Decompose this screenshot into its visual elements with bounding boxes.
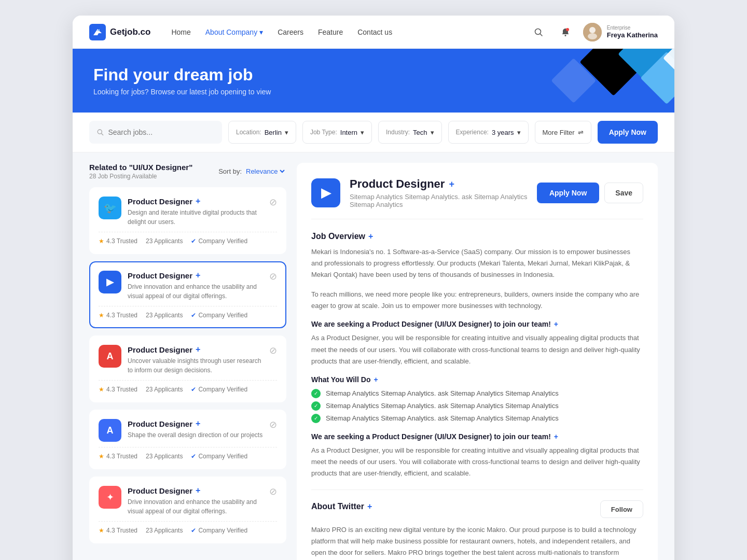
navbar: Getjob.co Home About Company ▾ Careers F… xyxy=(73,16,674,49)
job-overview-section: Job Overview + Mekari is Indonesia's no.… xyxy=(311,232,643,312)
search-button[interactable] xyxy=(529,23,548,41)
svg-point-2 xyxy=(564,35,566,36)
company-logo-5: ✦ xyxy=(99,486,121,509)
job-detail-subtitle: Sitemap Analytics Sitemap Analytics. ask… xyxy=(350,193,528,208)
job-detail-title: Product Designer + xyxy=(350,177,528,191)
job-card-4[interactable]: A Product Designer + Shape the overall d… xyxy=(89,410,286,469)
bookmark-button-5[interactable]: ⊘ xyxy=(269,486,277,497)
job-card-2[interactable]: ▶ Product Designer + Drive innovation an… xyxy=(89,261,286,328)
logo[interactable]: Getjob.co xyxy=(89,24,150,40)
bookmark-button-3[interactable]: ⊘ xyxy=(269,345,277,356)
nav-home[interactable]: Home xyxy=(171,28,190,36)
job-card-footer-2: ★4.3 Trusted 23 Applicants ✔Company Veri… xyxy=(99,306,277,319)
follow-button[interactable]: Follow xyxy=(600,500,643,518)
apply-now-button[interactable]: Apply Now xyxy=(537,183,599,203)
nav-careers[interactable]: Careers xyxy=(278,28,303,36)
overview-plus-icon: + xyxy=(368,232,373,241)
job-title-1: Product Designer xyxy=(128,197,192,206)
sort-control[interactable]: Sort by: Relevance Newest Oldest xyxy=(218,167,286,176)
verified-icon-2: ✔ xyxy=(191,312,196,319)
svg-point-5 xyxy=(589,27,596,33)
job-plus-icon-4: + xyxy=(196,419,200,428)
jobtype-filter[interactable]: Job Type: Intern ▾ xyxy=(302,121,372,144)
nav-right: Enterprise Freya Katherina xyxy=(529,23,658,41)
svg-point-3 xyxy=(566,28,569,31)
company-logo-4: A xyxy=(99,419,121,442)
search-input[interactable] xyxy=(108,128,215,136)
job-plus-icon-5: + xyxy=(196,486,200,495)
job-card-footer-3: ★4.3 Trusted 23 Applicants ✔Company Veri… xyxy=(99,380,277,393)
job-card-footer-1: ★4.3 Trusted 23 Applicants ✔Company Veri… xyxy=(99,232,277,245)
list-item-2: ✓ Sitemap Analytics Sitemap Analytics. a… xyxy=(311,401,643,411)
job-title-3: Product Designer xyxy=(128,345,192,354)
location-filter[interactable]: Location: Berlin ▾ xyxy=(228,121,296,144)
svg-point-1 xyxy=(535,29,541,34)
company-logo-2: ▶ xyxy=(99,271,121,293)
related-title: Related to "UI/UX Designer" xyxy=(89,163,192,172)
job-info-5: Product Designer + Drive innovation and … xyxy=(128,486,263,516)
seeking2-desc: As a Product Designer, you will be respo… xyxy=(311,445,643,479)
right-panel: ▶ Product Designer + Sitemap Analytics S… xyxy=(297,163,658,560)
job-info-3: Product Designer + Uncover valuable insi… xyxy=(128,345,263,375)
chevron-down-icon: ▾ xyxy=(517,129,521,136)
what-you-do-plus-icon: + xyxy=(374,375,378,384)
chevron-down-icon: ▾ xyxy=(361,129,364,136)
bookmark-button-2[interactable]: ⊘ xyxy=(269,271,277,282)
svg-point-12 xyxy=(98,130,102,134)
company-logo-3: A xyxy=(99,345,121,368)
job-info-2: Product Designer + Drive innovation and … xyxy=(128,271,263,301)
logo-text: Getjob.co xyxy=(110,27,150,37)
search-input-wrap[interactable] xyxy=(89,121,222,144)
job-info-1: Product Designer + Design and iterate in… xyxy=(128,197,263,227)
save-button[interactable]: Save xyxy=(604,183,643,203)
verified-icon-3: ✔ xyxy=(191,386,196,393)
job-card-footer-5: ★4.3 Trusted 23 Applicants ✔Company Veri… xyxy=(99,521,277,534)
nav-links: Home About Company ▾ Careers Feature Con… xyxy=(171,28,529,36)
about-section: About Twitter + Follow Makro PRO is an e… xyxy=(311,500,643,558)
list-item-1: ✓ Sitemap Analytics Sitemap Analytics. a… xyxy=(311,389,643,398)
left-panel: Related to "UI/UX Designer" 28 Job Posti… xyxy=(89,163,286,560)
about-header: About Twitter + Follow xyxy=(311,500,643,518)
company-logo-1: 🐦 xyxy=(99,197,121,219)
search-bar: Location: Berlin ▾ Job Type: Intern ▾ In… xyxy=(73,113,674,152)
sort-select[interactable]: Relevance Newest Oldest xyxy=(244,167,286,176)
bookmark-button-4[interactable]: ⊘ xyxy=(269,419,277,430)
seeking2-title: We are seeking a Product Designer (UI/UX… xyxy=(311,432,643,441)
seeking-section-2: We are seeking a Product Designer (UI/UX… xyxy=(311,432,643,479)
about-text: Makro PRO is an exciting new digital ven… xyxy=(311,524,643,558)
job-title-4: Product Designer xyxy=(128,419,192,428)
notification-button[interactable] xyxy=(556,23,575,41)
what-you-do-section: What You Will Do + ✓ Sitemap Analytics S… xyxy=(311,375,643,423)
verified-icon-4: ✔ xyxy=(191,453,196,460)
section-divider xyxy=(311,489,643,490)
seeking2-plus-icon: + xyxy=(554,432,558,441)
svg-point-6 xyxy=(588,33,597,39)
search-apply-button[interactable]: Apply Now xyxy=(598,121,658,144)
overview-p2: To reach millions, we need more people l… xyxy=(311,289,643,312)
nav-contact[interactable]: Contact us xyxy=(357,28,392,36)
logo-icon xyxy=(89,24,106,40)
chevron-down-icon: ▾ xyxy=(431,129,434,136)
nav-about-company[interactable]: About Company ▾ xyxy=(205,28,263,36)
overview-title: Job Overview + xyxy=(311,232,643,241)
job-card-5[interactable]: ✦ Product Designer + Drive innovation an… xyxy=(89,477,286,543)
more-filter-button[interactable]: More Filter ⇌ xyxy=(535,121,591,144)
job-detail-header: ▶ Product Designer + Sitemap Analytics S… xyxy=(311,177,643,219)
star-icon-1: ★ xyxy=(99,237,104,245)
experience-filter[interactable]: Experience: 3 years ▾ xyxy=(448,121,529,144)
notification-icon xyxy=(561,27,570,37)
job-title-5: Product Designer xyxy=(128,486,192,495)
job-card-1[interactable]: 🐦 Product Designer + Design and iterate … xyxy=(89,187,286,254)
title-plus-icon: + xyxy=(449,179,454,190)
nav-feature[interactable]: Feature xyxy=(318,28,343,36)
overview-p1: Mekari is Indonesia's no. 1 Software-as-… xyxy=(311,246,643,281)
related-header: Related to "UI/UX Designer" 28 Job Posti… xyxy=(89,163,286,180)
industry-filter[interactable]: Industry: Tech ▾ xyxy=(378,121,442,144)
user-profile[interactable]: Enterprise Freya Katherina xyxy=(583,23,658,41)
seeking-desc: As a Product Designer, you will be respo… xyxy=(311,332,643,367)
bookmark-button-1[interactable]: ⊘ xyxy=(269,197,277,208)
check-icon-3: ✓ xyxy=(311,414,321,423)
job-desc-2: Drive innovation and enhance the usabili… xyxy=(128,282,263,301)
job-card-3[interactable]: A Product Designer + Uncover valuable in… xyxy=(89,335,286,402)
star-icon-3: ★ xyxy=(99,386,104,393)
